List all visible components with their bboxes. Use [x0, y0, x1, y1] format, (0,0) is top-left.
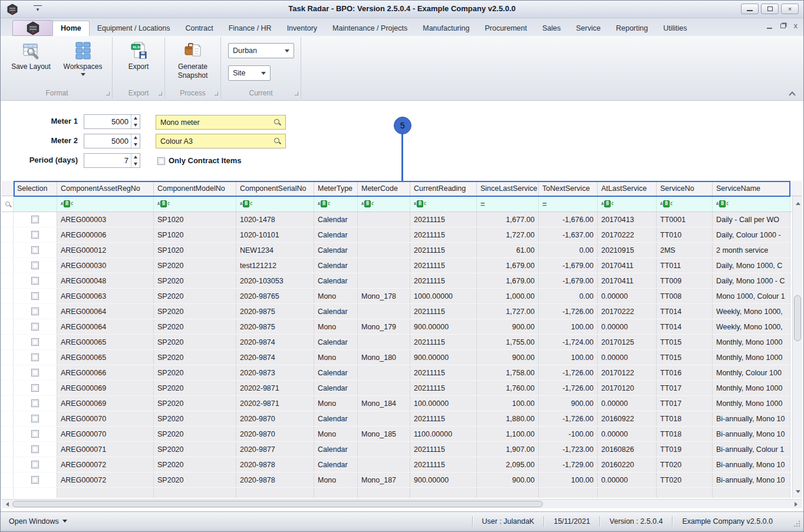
- tab-finance-hr[interactable]: Finance / HR: [221, 21, 279, 36]
- cell-tonextservice[interactable]: -1,726.00: [539, 411, 598, 426]
- cell-serviceno[interactable]: TT009: [657, 273, 713, 288]
- cell-componentserialno[interactable]: 2020-9870: [236, 411, 314, 426]
- cell-componentserialno[interactable]: 2020-9878: [236, 472, 314, 487]
- scroll-left-icon[interactable]: [3, 500, 11, 508]
- cell-serviceno[interactable]: TT010: [657, 227, 713, 242]
- cell-sincelastservice[interactable]: 900.00: [477, 319, 539, 334]
- vertical-scroll-thumb[interactable]: [794, 295, 801, 341]
- mdi-close-icon[interactable]: x: [794, 23, 798, 29]
- tab-contract[interactable]: Contract: [177, 21, 220, 36]
- column-header-metercode[interactable]: MeterCode: [358, 181, 410, 196]
- level-combobox[interactable]: Site: [228, 65, 271, 81]
- cell-tonextservice[interactable]: 100.00: [539, 472, 598, 487]
- cell-atlastservice[interactable]: [598, 488, 657, 498]
- cell-metertype[interactable]: Calendar: [314, 457, 358, 472]
- cell-sincelastservice[interactable]: 1,000.00: [477, 289, 539, 303]
- spin-up-icon[interactable]: [131, 115, 140, 122]
- cell-sincelastservice[interactable]: 100.00: [477, 396, 539, 411]
- column-header-currentreading[interactable]: CurrentReading: [410, 181, 477, 196]
- tab-reporting[interactable]: Reporting: [608, 21, 655, 36]
- cell-metercode[interactable]: Mono_185: [358, 427, 410, 441]
- cell-componentmodelno[interactable]: SP2020: [154, 304, 236, 319]
- cell-serviceno[interactable]: TT019: [657, 442, 713, 457]
- cell-currentreading[interactable]: 20211115: [410, 365, 477, 380]
- filter-cell-serviceno[interactable]: ABC: [657, 196, 713, 212]
- table-row[interactable]: [2, 488, 792, 498]
- cell-servicename[interactable]: Weekly, Mono 1000,: [713, 304, 790, 319]
- table-row[interactable]: AREG000065SP20202020-9874MonoMono_180900…: [2, 350, 792, 365]
- scroll-down-icon[interactable]: [794, 488, 802, 495]
- cell-atlastservice[interactable]: 20170222: [598, 304, 657, 319]
- filter-cell-componentmodelno[interactable]: ABC: [154, 196, 236, 212]
- cell-metertype[interactable]: Calendar: [314, 273, 358, 288]
- cell-componentassetregno[interactable]: [57, 488, 154, 498]
- cell-componentassetregno[interactable]: AREG000063: [57, 289, 154, 303]
- cell-metertype[interactable]: Mono: [314, 289, 358, 303]
- table-row[interactable]: AREG000048SP20202020-103053Calendar20211…: [2, 273, 792, 289]
- period-value[interactable]: 7: [84, 156, 131, 165]
- cell-currentreading[interactable]: 100.00000: [410, 396, 477, 411]
- cell-sincelastservice[interactable]: 1,727.00: [477, 304, 539, 319]
- cell-servicename[interactable]: Bi-annually, Mono 10: [713, 411, 790, 426]
- cell-atlastservice[interactable]: 20170125: [598, 335, 657, 349]
- cell-servicename[interactable]: Bi-annually, Mono 10: [713, 427, 790, 441]
- save-layout-button[interactable]: Save Layout: [6, 38, 57, 85]
- cell-atlastservice[interactable]: 20160220: [598, 457, 657, 472]
- cell-servicename[interactable]: Daily - Call per WO: [713, 212, 790, 227]
- cell-componentserialno[interactable]: 20202-9871: [236, 396, 314, 411]
- mdi-restore-icon[interactable]: [780, 24, 786, 28]
- row-checkbox[interactable]: [31, 353, 39, 361]
- cell-componentmodelno[interactable]: SP1020: [154, 243, 236, 257]
- tab-manufacturing[interactable]: Manufacturing: [415, 21, 477, 36]
- selection-cell[interactable]: [14, 411, 57, 426]
- cell-metertype[interactable]: Calendar: [314, 304, 358, 319]
- cell-servicename[interactable]: Weekly, Mono 1000,: [713, 319, 790, 334]
- cell-atlastservice[interactable]: 0.00000: [598, 319, 657, 334]
- cell-servicename[interactable]: Monthly, Mono 1000: [713, 350, 790, 365]
- tab-maintenance-projects[interactable]: Maintenance / Projects: [325, 21, 415, 36]
- cell-metercode[interactable]: [358, 335, 410, 349]
- selection-cell[interactable]: [14, 442, 57, 457]
- selection-cell[interactable]: [14, 289, 57, 303]
- cell-metertype[interactable]: Mono: [314, 396, 358, 411]
- cell-sincelastservice[interactable]: 61.00: [477, 243, 539, 257]
- row-checkbox[interactable]: [31, 231, 39, 239]
- cell-componentmodelno[interactable]: SP2020: [154, 442, 236, 457]
- row-checkbox[interactable]: [31, 476, 39, 484]
- cell-tonextservice[interactable]: 0.00: [539, 243, 598, 257]
- vertical-scrollbar[interactable]: [792, 196, 802, 498]
- row-checkbox[interactable]: [31, 338, 39, 346]
- cell-componentserialno[interactable]: 1020-1478: [236, 212, 314, 227]
- cell-metercode[interactable]: [358, 365, 410, 380]
- cell-tonextservice[interactable]: -1,679.00: [539, 273, 598, 288]
- cell-currentreading[interactable]: 20211115: [410, 335, 477, 349]
- dialog-launcher-icon[interactable]: [106, 92, 110, 95]
- row-checkbox[interactable]: [31, 308, 39, 315]
- cell-componentserialno[interactable]: 2020-9874: [236, 335, 314, 349]
- period-stepper[interactable]: 7: [84, 153, 140, 168]
- cell-servicename[interactable]: 2 month service: [713, 243, 790, 257]
- row-checkbox[interactable]: [31, 216, 39, 223]
- cell-metercode[interactable]: [358, 304, 410, 319]
- table-row[interactable]: AREG000065SP20202020-9874Calendar2021111…: [2, 335, 792, 350]
- table-row[interactable]: AREG000069SP202020202-9871Calendar202111…: [2, 381, 792, 396]
- generate-snapshot-button[interactable]: Generate Snapshot: [167, 38, 218, 85]
- cell-tonextservice[interactable]: 0.00: [539, 289, 598, 303]
- cell-sincelastservice[interactable]: 1,677.00: [477, 212, 539, 227]
- cell-atlastservice[interactable]: 20160922: [598, 411, 657, 426]
- cell-componentmodelno[interactable]: SP2020: [154, 411, 236, 426]
- cell-currentreading[interactable]: 20211115: [410, 258, 477, 273]
- table-row[interactable]: AREG000064SP20202020-9875MonoMono_179900…: [2, 319, 792, 335]
- cell-metercode[interactable]: Mono_187: [358, 472, 410, 487]
- cell-serviceno[interactable]: [657, 488, 713, 498]
- cell-metercode[interactable]: [358, 258, 410, 273]
- cell-metertype[interactable]: Mono: [314, 350, 358, 365]
- scroll-up-icon[interactable]: [794, 200, 802, 207]
- cell-currentreading[interactable]: 1100.00000: [410, 427, 477, 441]
- cell-metertype[interactable]: Calendar: [314, 411, 358, 426]
- search-icon[interactable]: [274, 138, 281, 145]
- cell-atlastservice[interactable]: 20170122: [598, 365, 657, 380]
- cell-metercode[interactable]: [358, 212, 410, 227]
- cell-sincelastservice[interactable]: 1,758.00: [477, 365, 539, 380]
- row-checkbox[interactable]: [31, 323, 39, 331]
